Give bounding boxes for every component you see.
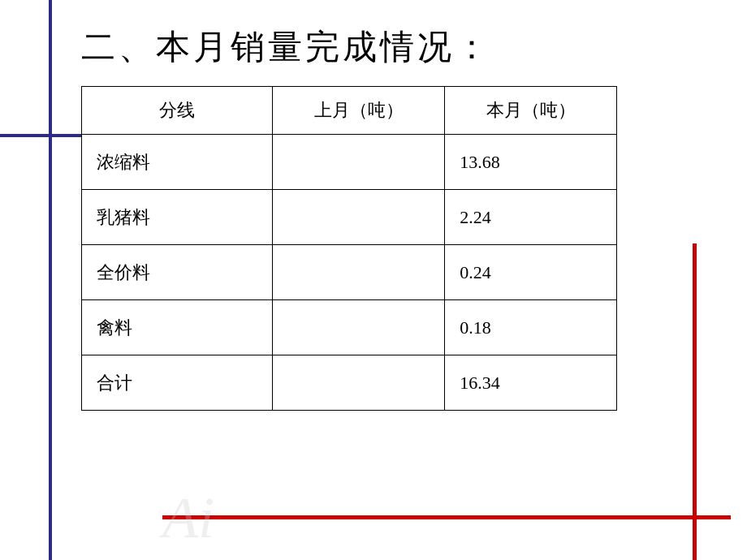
cell-this-month-3: 0.18	[445, 300, 617, 355]
left-blue-line	[49, 0, 52, 560]
cell-last-month-2	[273, 245, 445, 300]
cell-name-2: 全价料	[82, 245, 273, 300]
cell-last-month-1	[273, 190, 445, 245]
cell-this-month-0: 13.68	[445, 135, 617, 190]
page-title: 二、本月销量完成情况：	[81, 24, 715, 70]
table-row: 浓缩料13.68	[82, 135, 617, 190]
col-header-benyue: 本月（吨）	[445, 87, 617, 135]
cell-this-month-1: 2.24	[445, 190, 617, 245]
col-header-shangyue: 上月（吨）	[273, 87, 445, 135]
cell-name-3: 禽料	[82, 300, 273, 355]
table-body: 浓缩料13.68乳猪料2.24全价料0.24禽料0.18合计16.34	[82, 135, 617, 411]
cell-last-month-3	[273, 300, 445, 355]
bottom-red-line	[162, 515, 731, 519]
cell-last-month-0	[273, 135, 445, 190]
col-header-fenxian: 分线	[82, 87, 273, 135]
cell-this-month-4: 16.34	[445, 355, 617, 411]
table-row: 合计16.34	[82, 355, 617, 411]
watermark: Ai	[162, 485, 214, 552]
table-header-row: 分线 上月（吨） 本月（吨）	[82, 87, 617, 135]
cell-name-4: 合计	[82, 355, 273, 411]
table-row: 乳猪料2.24	[82, 190, 617, 245]
table-row: 禽料0.18	[82, 300, 617, 355]
cell-name-0: 浓缩料	[82, 135, 273, 190]
cell-last-month-4	[273, 355, 445, 411]
table-row: 全价料0.24	[82, 245, 617, 300]
sales-table: 分线 上月（吨） 本月（吨） 浓缩料13.68乳猪料2.24全价料0.24禽料0…	[81, 86, 617, 411]
main-content: 二、本月销量完成情况： 分线 上月（吨） 本月（吨） 浓缩料13.68乳猪料2.…	[81, 24, 715, 411]
cell-name-1: 乳猪料	[82, 190, 273, 245]
cell-this-month-2: 0.24	[445, 245, 617, 300]
